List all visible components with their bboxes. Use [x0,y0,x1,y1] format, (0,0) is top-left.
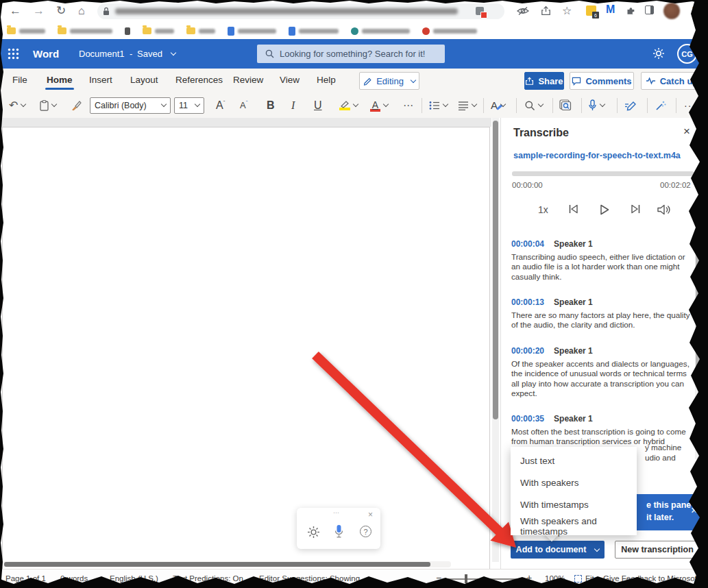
catch-up-button[interactable]: Catch up [641,72,703,90]
bookmark-item[interactable] [186,27,215,34]
tab-layout[interactable]: Layout [130,75,158,85]
save-status[interactable]: Saved [137,49,162,59]
bookmark-item[interactable] [289,27,339,36]
play-button[interactable] [600,204,609,215]
audio-file-link[interactable]: sample-recording-for-speech-to-text.m4a [513,151,681,160]
document-horizontal-scrollbar[interactable] [1,561,451,567]
zoom-in-button[interactable]: + [526,572,532,583]
app-name[interactable]: Word [33,48,59,60]
document-title[interactable]: Document1 [79,49,124,59]
page-indicator[interactable]: Page 1 of 1 [5,574,46,583]
italic-button[interactable]: I [291,93,295,117]
extensions-puzzle-icon[interactable] [626,5,636,16]
bullets-button[interactable] [429,93,448,117]
microphone-icon[interactable] [334,524,344,539]
app-launcher-icon[interactable] [8,48,19,60]
address-extension-icon[interactable] [476,7,485,16]
word-count[interactable]: 0 words [60,574,88,583]
extension-m-icon[interactable]: M [606,3,615,16]
zoom-out-button[interactable]: − [436,572,441,583]
skip-forward-button[interactable] [630,204,641,214]
playback-rate-button[interactable]: 1x [538,204,548,215]
add-to-document-button[interactable]: Add to document [511,541,605,559]
close-icon[interactable]: × [683,125,690,138]
browser-home-icon[interactable]: ⌂ [78,3,85,19]
skip-back-button[interactable] [568,204,579,214]
find-button[interactable] [524,93,543,117]
entry-timestamp[interactable]: 00:00:04 [511,239,544,249]
bookmark-item[interactable] [7,27,45,34]
entry-timestamp[interactable]: 00:00:20 [511,346,544,356]
audio-progress-bar[interactable] [512,171,694,176]
scrollbar-thumb[interactable] [4,562,430,567]
bookmark-item[interactable] [228,27,276,36]
tab-file[interactable]: File [12,75,27,85]
close-icon[interactable]: × [368,510,373,519]
more-formatting-button[interactable]: ⋯ [403,93,413,117]
undo-button[interactable]: ↶ [9,93,25,117]
magic-wand-button[interactable] [655,93,666,117]
underline-button[interactable]: U [314,93,322,117]
menu-item-with-speakers-and-timestamps[interactable]: With speakers and timestamps [520,518,630,535]
language-indicator[interactable]: English (U.S.) [110,574,158,583]
close-icon[interactable]: × [691,504,697,517]
styles-button[interactable]: A [491,93,505,117]
reading-mode-icon[interactable] [645,5,654,14]
bookmark-item[interactable] [143,27,174,34]
share-button[interactable]: Share [524,72,564,90]
browser-back-icon[interactable]: ← [10,3,21,19]
volume-button[interactable] [657,204,672,215]
dictate-button[interactable] [588,93,605,117]
search-pages-button[interactable] [559,93,572,117]
highlight-color-button[interactable] [339,93,358,117]
settings-gear-icon[interactable] [307,526,320,539]
tab-insert[interactable]: Insert [89,75,112,85]
transcript-entry[interactable]: 00:00:04Speaker 1 Transcribing audio spe… [511,237,691,282]
editing-mode-button[interactable]: Editing [359,72,419,90]
text-predictions-toggle[interactable]: Text Predictions: On [173,574,243,583]
grow-font-button[interactable]: Aˆ [216,93,225,117]
fit-button[interactable]: Fit [585,574,594,583]
scrollbar-thumb[interactable] [493,121,498,419]
menu-item-with-timestamps[interactable]: With timestamps [520,496,630,513]
help-icon[interactable]: ? [360,526,371,537]
font-color-button[interactable]: A [370,93,388,117]
share-page-icon[interactable] [541,5,551,16]
browser-menu-kebab-icon[interactable]: ⋮ [688,3,698,19]
save-status-chevron-icon[interactable] [171,50,176,56]
tab-home[interactable]: Home [47,75,73,85]
address-bar[interactable] [97,3,504,19]
menu-item-just-text[interactable]: Just text [520,452,630,469]
browser-reload-icon[interactable]: ↻ [56,3,66,19]
browser-profile-avatar[interactable] [663,3,680,19]
font-name-select[interactable]: Calibri (Body) [90,93,171,117]
bookmark-star-icon[interactable]: ☆ [562,3,572,19]
shrink-font-button[interactable]: Aˇ [240,93,247,117]
line-spacing-button[interactable] [458,93,476,117]
bold-button[interactable]: B [267,93,275,117]
document-page[interactable] [2,127,490,588]
bookmark-item[interactable] [422,27,477,35]
comments-button[interactable]: Comments [570,72,634,90]
format-painter-button[interactable] [70,93,82,117]
scrollbar-thumb[interactable] [696,243,701,373]
bookmark-item[interactable] [351,27,410,35]
settings-gear-icon[interactable] [652,47,665,60]
bookmark-item[interactable] [125,27,130,35]
bookmark-item[interactable] [58,27,112,34]
transcript-entry[interactable]: 00:00:20Speaker 1 Of the speaker accents… [511,344,691,399]
transcript-entry[interactable]: 00:00:13Speaker 1 There are so many fact… [511,295,691,330]
editor-suggestions-toggle[interactable]: Editor Suggestions: Showing [259,574,360,583]
hidden-eye-icon[interactable] [517,6,529,16]
ribbon-overflow-button[interactable]: ·· [684,93,697,117]
search-box[interactable]: Looking for something? Search for it! [257,45,445,63]
browser-forward-icon[interactable]: → [33,3,45,19]
tab-help[interactable]: Help [317,75,336,85]
transcript-scrollbar[interactable] [695,233,702,459]
font-size-select[interactable]: 11 [174,93,204,117]
tab-review[interactable]: Review [233,75,263,85]
zoom-slider-handle[interactable] [465,574,467,583]
menu-item-with-speakers[interactable]: With speakers [520,474,630,491]
account-avatar[interactable]: CG [677,44,697,64]
paste-button[interactable] [40,93,56,117]
